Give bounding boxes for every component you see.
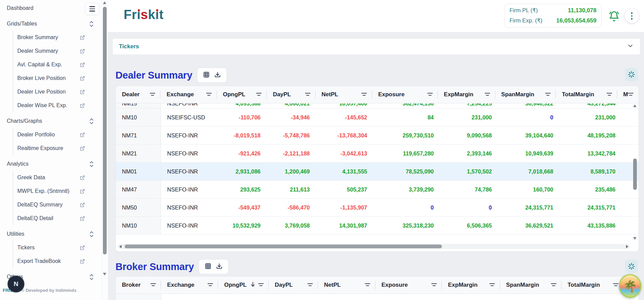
filter-icon[interactable]	[628, 91, 633, 98]
dealer-horizontal-scrollbar[interactable]	[118, 244, 630, 249]
filter-icon[interactable]	[206, 91, 212, 98]
dealer-summary-collapse-button[interactable]	[625, 68, 638, 81]
external-link-icon[interactable]	[80, 216, 85, 221]
unfold-chevrons-icon[interactable]	[89, 161, 94, 167]
external-link-icon[interactable]	[80, 62, 85, 67]
chevron-down-icon[interactable]	[627, 43, 634, 51]
external-link-icon[interactable]	[80, 146, 85, 151]
table-row[interactable]: NM15NSEFO-INR4,093,5884,060,02110,057,40…	[116, 103, 639, 109]
unfold-chevrons-icon[interactable]	[89, 274, 94, 280]
column-header-exchange[interactable]: Exchange	[161, 277, 218, 294]
column-header-spanmargin[interactable]: SpanMargin	[495, 86, 556, 103]
scroll-down-icon[interactable]	[633, 237, 637, 240]
sidebar-item-greek-data[interactable]: Greek Data	[13, 171, 101, 184]
sidebar-scrollbar-thumb[interactable]	[103, 7, 107, 254]
vertical-scrollbar-thumb[interactable]	[633, 159, 637, 190]
table-row[interactable]: NM10NSEIFSC-USD-110,706-34,946-145,65284…	[116, 109, 639, 127]
table-row[interactable]: NM01NSEFO-INR2,931,0861,200,4694,131,555…	[116, 163, 639, 181]
broker-summary-collapse-button[interactable]	[625, 260, 638, 273]
unfold-chevrons-icon[interactable]	[89, 118, 94, 124]
table-row[interactable]: NM71NSEFO-INR-8,019,518-5,748,786-13,768…	[116, 127, 639, 145]
horizontal-scrollbar-thumb[interactable]	[125, 245, 442, 248]
column-header-opngpl[interactable]: OpngPL	[217, 86, 267, 103]
filter-icon[interactable]	[150, 282, 156, 288]
calculator-icon[interactable]	[203, 71, 210, 79]
sidebar-item-charts-graphs[interactable]: Charts/Graphs	[0, 114, 101, 128]
notifications-bell-icon[interactable]	[609, 11, 620, 22]
filter-icon[interactable]	[545, 91, 551, 98]
sidebar-item-dealer-portfolio[interactable]: Dealer Portfolio	[13, 128, 101, 141]
sidebar-toggle-button[interactable]	[85, 3, 99, 15]
sidebar-item-dealer-summary[interactable]: Dealer Summary	[13, 44, 101, 58]
sidebar-item-dealer-wise-pl-exp[interactable]: Dealer Wise PL Exp.	[13, 99, 101, 112]
column-header-totalmargin[interactable]: TotalMargin	[556, 86, 617, 103]
column-header-broker[interactable]: Broker	[116, 277, 161, 294]
sidebar-item-mwpl-exp-sntmntl[interactable]: MWPL Exp. (Sntmntl)	[13, 184, 101, 198]
external-link-icon[interactable]	[80, 202, 85, 207]
filter-icon[interactable]	[150, 91, 155, 98]
sidebar-item-export-tradebook[interactable]: Export TradeBook	[13, 254, 101, 268]
column-header-daypl[interactable]: DayPL	[269, 277, 318, 294]
external-link-icon[interactable]	[80, 132, 85, 137]
column-header-netpl[interactable]: NetPL	[316, 86, 372, 103]
column-header-expmargin[interactable]: ExpMargin	[438, 86, 495, 103]
external-link-icon[interactable]	[80, 245, 85, 250]
sidebar-item-utilities[interactable]: Utilities	[0, 227, 101, 241]
sidebar-item-dealer-live-position[interactable]: Dealer Live Position	[13, 85, 101, 99]
column-header-exposure[interactable]: Exposure	[372, 86, 437, 103]
sidebar-item-avl-capital-exp[interactable]: Avl. Capital & Exp.	[13, 58, 101, 71]
external-link-icon[interactable]	[80, 89, 85, 95]
table-row[interactable]: NM10NSEFO-INR10,532,9293,769,05814,301,9…	[116, 217, 639, 235]
sort-desc-icon[interactable]	[251, 282, 255, 289]
filter-icon[interactable]	[256, 91, 262, 98]
user-avatar[interactable]: N	[7, 276, 24, 293]
sidebar-scrollbar[interactable]	[102, 0, 108, 300]
table-row[interactable]: NM50NSEFO-INR-549,437-586,470-1,135,9070…	[116, 199, 639, 217]
filter-icon[interactable]	[607, 91, 612, 98]
download-icon[interactable]	[216, 263, 222, 271]
sidebar-item-analytics[interactable]: Analytics	[0, 157, 101, 171]
sidebar-item-broker-summary[interactable]: Broker Summary	[13, 31, 101, 44]
sidebar-item-deltaeq-summary[interactable]: DeltaEQ Summary	[13, 198, 101, 212]
external-link-icon[interactable]	[80, 49, 85, 54]
external-link-icon[interactable]	[80, 189, 85, 194]
filter-icon[interactable]	[489, 282, 495, 288]
external-link-icon[interactable]	[80, 259, 85, 264]
external-link-icon[interactable]	[80, 35, 85, 40]
calculator-icon[interactable]	[205, 263, 211, 271]
filter-icon[interactable]	[305, 91, 310, 98]
table-row[interactable]: NM21NSEFO-INR-921,426-2,121,188-3,042,61…	[116, 145, 639, 163]
scroll-up-icon[interactable]	[103, 1, 106, 4]
column-header-dealer[interactable]: Dealer	[116, 86, 160, 103]
island-badge-icon[interactable]: 🌴	[619, 274, 641, 298]
filter-icon[interactable]	[208, 282, 213, 288]
scroll-right-icon[interactable]	[626, 245, 628, 248]
download-icon[interactable]	[214, 71, 221, 79]
column-header-exchange[interactable]: Exchange	[160, 86, 217, 103]
filter-icon[interactable]	[485, 91, 490, 98]
tickers-panel[interactable]: Tickers	[113, 39, 640, 54]
filter-icon[interactable]	[551, 282, 556, 288]
column-header-daypl[interactable]: DayPL	[267, 86, 315, 103]
column-header-totalmargin[interactable]: TotalMargin	[561, 277, 624, 294]
filter-icon[interactable]	[365, 282, 370, 288]
app-logo[interactable]: Frıskıt	[124, 7, 164, 22]
sidebar-item-tickers[interactable]: Tickers	[13, 241, 101, 254]
column-header-exposure[interactable]: Exposure	[375, 277, 442, 294]
filter-icon[interactable]	[431, 282, 437, 288]
external-link-icon[interactable]	[80, 103, 85, 108]
sidebar-item-grids-tables[interactable]: Grids/Tables	[0, 17, 101, 31]
sidebar-item-deltaeq-detail[interactable]: DeltaEQ Detail	[13, 212, 101, 225]
column-header-m[interactable]: M	[617, 86, 639, 103]
filter-icon[interactable]	[427, 91, 433, 98]
scroll-left-icon[interactable]	[119, 245, 122, 248]
column-header-spanmargin[interactable]: SpanMargin	[500, 277, 561, 294]
filter-icon[interactable]	[307, 282, 313, 288]
external-link-icon[interactable]	[80, 76, 85, 81]
unfold-chevrons-icon[interactable]	[89, 231, 94, 237]
filter-icon[interactable]	[613, 282, 619, 288]
filter-icon[interactable]	[361, 91, 367, 98]
scroll-up-icon[interactable]	[633, 104, 637, 107]
filter-icon[interactable]	[258, 282, 264, 288]
sidebar-item-broker-live-position[interactable]: Broker Live Position	[13, 71, 101, 85]
